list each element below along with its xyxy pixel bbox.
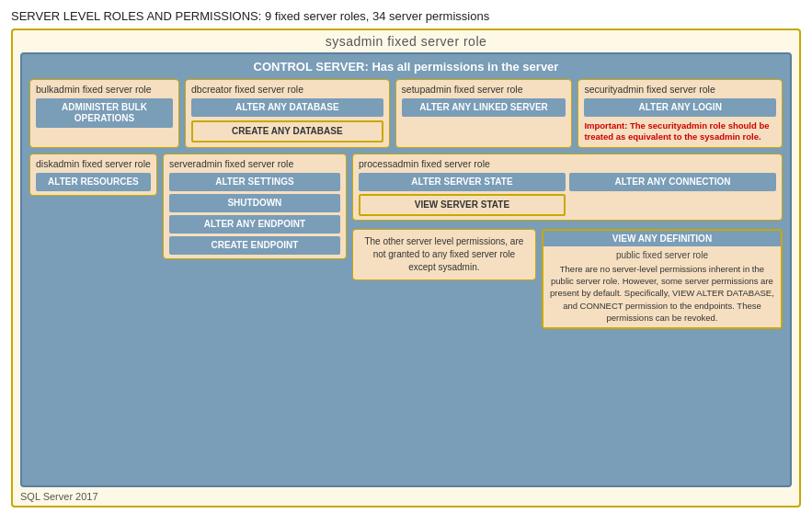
- processadmin-title: processadmin fixed server role: [359, 158, 776, 169]
- perm-create-any-db: CREATE ANY DATABASE: [191, 120, 383, 142]
- other-perms-note: The other server level permissions, are …: [352, 229, 536, 280]
- serveradmin-title: serveradmin fixed server role: [169, 158, 340, 169]
- view-any-def-box: VIEW ANY DEFINITION public fixed server …: [542, 229, 783, 329]
- securityadmin-card: securityadmin fixed server role ALTER AN…: [578, 79, 783, 148]
- public-role-box: public fixed server role There are no se…: [543, 246, 781, 327]
- perm-view-server-state: VIEW SERVER STATE: [359, 194, 566, 216]
- serveradmin-card: serveradmin fixed server role ALTER SETT…: [163, 154, 347, 259]
- perm-alter-any-db: ALTER ANY DATABASE: [191, 98, 383, 117]
- perm-alter-any-linked: ALTER ANY LINKED SERVER: [402, 98, 566, 117]
- roles-row-top: bulkadmin fixed server role ADMINISTER B…: [29, 79, 783, 148]
- perm-alter-settings: ALTER SETTINGS: [169, 173, 340, 191]
- setupadmin-title: setupadmin fixed server role: [402, 84, 566, 95]
- processadmin-card: processadmin fixed server role ALTER SER…: [352, 154, 783, 221]
- sysadmin-title: sysadmin fixed server role: [20, 34, 792, 49]
- page-title: SERVER LEVEL ROLES AND PERMISSIONS: 9 fi…: [11, 9, 801, 23]
- perm-alter-any-login: ALTER ANY LOGIN: [584, 98, 776, 117]
- public-role-text: There are no server-level permissions in…: [549, 263, 775, 324]
- sql-server-label: SQL Server 2017: [20, 491, 792, 502]
- processadmin-perms-row: ALTER SERVER STATE VIEW SERVER STATE ALT…: [359, 173, 776, 216]
- sysadmin-box: sysadmin fixed server role CONTROL SERVE…: [11, 28, 801, 507]
- title-bold: SERVER LEVEL ROLES AND PERMISSIONS:: [11, 9, 261, 23]
- perm-alter-any-endpoint: ALTER ANY ENDPOINT: [169, 215, 340, 234]
- serveradmin-perms: ALTER SETTINGS SHUTDOWN ALTER ANY ENDPOI…: [169, 173, 340, 255]
- setupadmin-card: setupadmin fixed server role ALTER ANY L…: [395, 79, 573, 148]
- securityadmin-title: securityadmin fixed server role: [584, 84, 776, 95]
- perm-shutdown: SHUTDOWN: [169, 194, 340, 212]
- bulkadmin-card: bulkadmin fixed server role ADMINISTER B…: [29, 79, 179, 148]
- securityadmin-note: Important: The securityadmin role should…: [584, 120, 776, 143]
- bottom-info: The other server level permissions, are …: [352, 229, 783, 329]
- title-normal: 9 fixed server roles, 34 server permissi…: [261, 9, 489, 23]
- perm-alter-any-connection: ALTER ANY CONNECTION: [569, 173, 776, 191]
- perm-alter-resources: ALTER RESOURCES: [36, 173, 151, 191]
- dbcreator-title: dbcreator fixed server role: [191, 84, 383, 95]
- control-server-title: CONTROL SERVER: Has all permissions in t…: [29, 60, 783, 74]
- diskadmin-title: diskadmin fixed server role: [36, 158, 151, 169]
- perm-administer-bulk: ADMINISTER BULKOPERATIONS: [36, 98, 173, 128]
- perm-create-endpoint: CREATE ENDPOINT: [169, 236, 340, 255]
- public-role-title: public fixed server role: [549, 250, 775, 260]
- page-container: SERVER LEVEL ROLES AND PERMISSIONS: 9 fi…: [0, 0, 812, 513]
- dbcreator-card: dbcreator fixed server role ALTER ANY DA…: [185, 79, 390, 148]
- control-server-box: CONTROL SERVER: Has all permissions in t…: [20, 52, 792, 487]
- diskadmin-card: diskadmin fixed server role ALTER RESOUR…: [29, 154, 157, 196]
- view-any-def-title: VIEW ANY DEFINITION: [543, 231, 781, 246]
- roles-row-bottom: diskadmin fixed server role ALTER RESOUR…: [29, 154, 783, 480]
- perm-alter-server-state: ALTER SERVER STATE: [359, 173, 566, 191]
- bulkadmin-title: bulkadmin fixed server role: [36, 84, 173, 95]
